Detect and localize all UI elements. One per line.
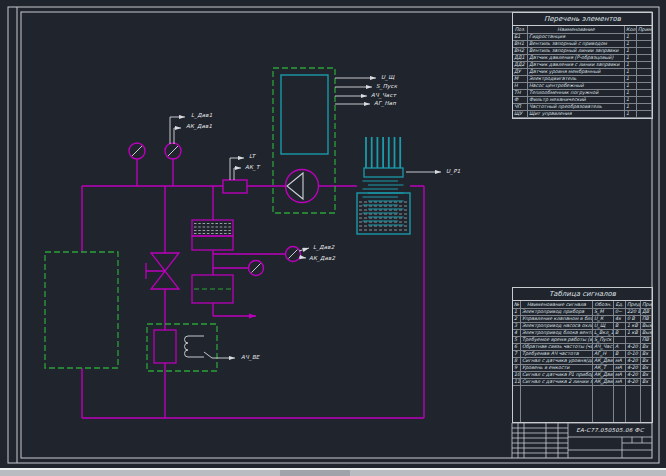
table-cell: Требуемое время работы (включение) [521,337,593,344]
table-cell [637,34,652,41]
pressure-gauge-4 [249,261,264,276]
table-cell: 1 [625,34,637,41]
table-cell: 1 [625,90,637,97]
signals-table: Таблица сигналов №Наименование сигналаОб… [512,287,653,423]
table-cell: 4-20 А [626,344,641,351]
table-cell: Н [513,83,528,90]
dashed-enclosures[interactable] [45,68,335,371]
table-cell: U_К [593,316,614,323]
table-cell: ПВ [641,337,652,344]
flow-sensor[interactable] [223,180,247,193]
table-cell: Вх [641,358,652,365]
table-cell [637,90,652,97]
table-row: 10Сигнал с датчика Р1 прибораАК_Дав1мА4-… [513,372,652,379]
immersion-cooler[interactable] [357,137,410,234]
table-row: ДД1Датчик давления (Р-образцовый)1 [513,55,652,62]
table-row: 11Сигнал с датчика 2 линии заправкиАК_Да… [513,379,652,386]
table-cell: ДУ [513,69,528,76]
table-cell: Обратная связь частоты (частота) [521,344,593,351]
table-cell [637,55,652,62]
table-cell: 3 [513,323,521,330]
table-cell: ЩУ [513,111,528,118]
table-cell: 6 [513,344,521,351]
table-cell: мА [614,358,626,365]
table-cell [637,48,652,55]
table-row: 2Управление клапаном в блокU_К4х0 ВПВ [513,316,652,323]
table-cell: 4х [614,316,626,323]
table-cell: 1 [625,104,637,111]
table-cell: ВН1 [513,41,528,48]
table-cell: Электропривод прибора [521,309,593,316]
pipe-lines[interactable] [82,159,424,418]
dashed-enclosure-left [45,252,118,368]
table-cell: S_М [593,309,614,316]
table-cell: Вентиль запорный линии заправки [528,48,625,55]
table-cell: ПВ [641,316,652,323]
table-row: 9Уровень в емкостиАК_ТмА4-20Вх [513,365,652,372]
elements-table-title: Перечень элементов [513,13,652,26]
signal-label-u-sch: U_Щ [381,75,394,81]
table-cell: В [614,351,626,358]
table-cell: 0 В [626,316,641,323]
table-cell: 1 [625,69,637,76]
table-cell: Гидростанция [528,34,625,41]
elements-table-body: Б1Гидростанция1ВН1Вентиль запорный с при… [513,34,652,118]
dashed-enclosure-heater [147,324,217,371]
table-cell: Датчик давления (Р-образцовый) [528,55,625,62]
table-row: Б1Гидростанция1 [513,34,652,41]
table-cell: 0-10 В [626,351,641,358]
manual-valve-symbol[interactable] [146,253,179,289]
pressure-gauges[interactable] [129,143,301,276]
table-cell [637,69,652,76]
table-cell: Вентиль запорный с приводом [528,41,625,48]
table-cell: 1 кВ [626,323,641,330]
table-cell: 0~ [614,309,626,316]
signal-label-u-r1: U_Р1 [446,169,460,175]
table-cell: АК_Т [593,365,614,372]
table-row: ЧПЧастотный преобразователь1 [513,104,652,111]
heater-unit[interactable] [154,330,204,363]
pressure-gauge-2 [165,143,181,159]
table-cell: 11 [513,379,521,386]
table-cell [637,104,652,111]
table-cell: Управление клапаном в блок [521,316,593,323]
scrollbar-thumb[interactable] [280,470,350,476]
table-cell: В [614,323,626,330]
table-cell: Датчик давления с линии заправки [528,62,625,69]
table-cell: 1 [513,309,521,316]
table-cell: № [513,301,521,309]
filter-unit[interactable] [192,220,233,250]
table-cell: Требуемая АЧ частота [521,351,593,358]
table-cell: Датчик уровня мембранный [528,69,625,76]
table-cell [614,337,626,344]
table-cell: Вх [641,351,652,358]
vfd-unit[interactable] [281,75,328,154]
table-cell: Щит управления [528,111,625,118]
stamp-doc-number: ЕА-С77.050505.06 ФС [569,424,651,437]
signals-table-body: 1Электропривод прибораS_М0~220 ВДВ2Управ… [513,309,652,386]
expansion-tank[interactable] [192,275,233,303]
table-cell: Поз. [513,26,528,34]
table-cell: 1 [625,111,637,118]
table-cell: 1 [625,48,637,55]
table-cell: 1 [625,83,637,90]
table-cell: 4-20 [626,365,641,372]
table-cell: АГ_Н [593,351,614,358]
table-cell: 220 В [626,309,641,316]
table-cell: Обозн. [593,301,614,309]
table-cell: Наименование сигнала [521,301,593,309]
table-cell: 1 [625,97,637,104]
table-cell: М [513,76,528,83]
signal-label-l-dav2: L_Дав2 [313,245,334,251]
table-cell: А [614,344,626,351]
table-cell: Теплообменник погружной [528,90,625,97]
table-row: МЭлектродвигатель1 [513,76,652,83]
horizontal-scrollbar[interactable] [0,470,666,476]
table-cell: АК_Дав [593,358,614,365]
table-cell: Вх [641,344,652,351]
pump-symbol[interactable] [286,170,319,203]
signal-label-ach-ve: АЧ_ВЕ [241,355,260,361]
table-cell: Вых [641,330,652,337]
table-cell [637,83,652,90]
table-cell: Вх [641,372,652,379]
